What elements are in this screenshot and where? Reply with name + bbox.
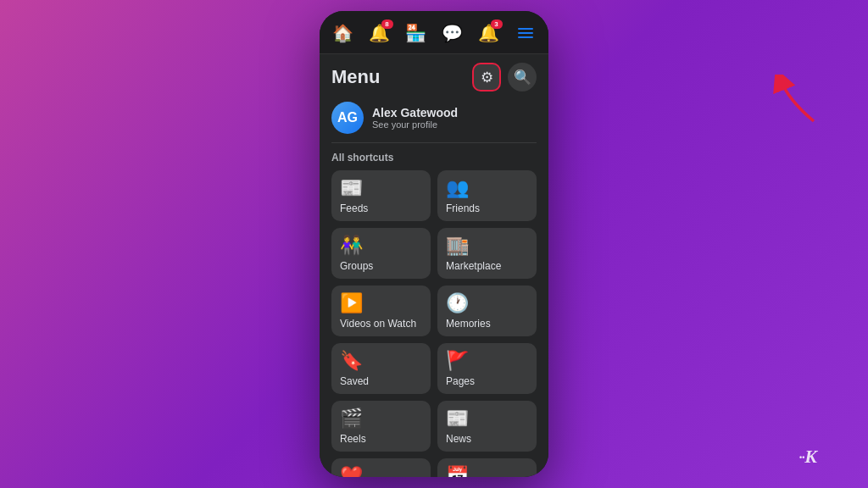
search-icon: 🔍 — [514, 69, 531, 86]
shop-icon: 🏪 — [405, 23, 426, 43]
home-icon: 🏠 — [332, 23, 353, 43]
shortcut-marketplace[interactable]: 🏬 Marketplace — [437, 228, 537, 279]
top-nav: 🏠 🔔 8 🏪 💬 🔔 3 — [320, 11, 548, 54]
shortcut-pages[interactable]: 🚩 Pages — [437, 343, 537, 394]
profile-row[interactable]: AG Alex Gatewood See your profile — [320, 97, 548, 142]
phone-container: 🏠 🔔 8 🏪 💬 🔔 3 Menu ⚙ — [320, 11, 548, 477]
events-icon: 📅 — [446, 467, 469, 477]
shortcuts-grid: 📰 Feeds 👥 Friends 👫 Groups 🏬 Marketplace… — [320, 170, 548, 477]
friends-icon: 👥 — [446, 179, 469, 197]
messenger-icon: 💬 — [442, 23, 463, 43]
pages-icon: 🚩 — [446, 352, 469, 370]
nav-shop[interactable]: 🏪 — [401, 18, 431, 48]
saved-icon: 🔖 — [340, 352, 363, 370]
feeds-icon: 📰 — [340, 179, 363, 197]
shortcut-news[interactable]: 📰 News — [437, 401, 537, 452]
shortcut-videos-on-watch[interactable]: ▶️ Videos on Watch — [331, 286, 431, 336]
nav-alerts[interactable]: 🔔 3 — [474, 18, 504, 48]
hamburger-icon — [518, 28, 533, 38]
settings-icon: ⚙ — [481, 69, 493, 86]
dating-icon: ❤️ — [340, 467, 363, 477]
reels-label: Reels — [340, 433, 366, 445]
profile-info: Alex Gatewood See your profile — [372, 106, 458, 130]
reels-icon: 🎬 — [340, 409, 363, 428]
feeds-label: Feeds — [340, 202, 368, 214]
shortcut-feeds[interactable]: 📰 Feeds — [331, 170, 431, 221]
memories-icon: 🕐 — [446, 294, 469, 313]
shortcut-groups[interactable]: 👫 Groups — [331, 228, 431, 279]
shortcut-reels[interactable]: 🎬 Reels — [331, 401, 431, 452]
menu-panel: Menu ⚙ 🔍 AG Alex Gatewood See your profi… — [320, 54, 548, 477]
shortcut-friends[interactable]: 👥 Friends — [437, 170, 537, 221]
arrow-annotation — [771, 75, 831, 129]
menu-header: Menu ⚙ 🔍 — [320, 54, 548, 97]
memories-label: Memories — [446, 318, 491, 330]
marketplace-icon: 🏬 — [446, 236, 469, 255]
avatar: AG — [331, 102, 364, 134]
menu-title: Menu — [331, 66, 380, 88]
news-icon: 📰 — [446, 409, 469, 428]
groups-label: Groups — [340, 260, 373, 272]
header-icons: ⚙ 🔍 — [472, 63, 537, 92]
groups-icon: 👫 — [340, 236, 363, 255]
friends-label: Friends — [446, 202, 480, 214]
news-label: News — [446, 433, 471, 445]
videos-label: Videos on Watch — [340, 318, 416, 330]
divider — [331, 142, 537, 143]
settings-button[interactable]: ⚙ — [472, 63, 501, 92]
notification-badge: 8 — [381, 19, 393, 29]
profile-name: Alex Gatewood — [372, 106, 458, 119]
nav-messenger[interactable]: 💬 — [437, 18, 468, 48]
alerts-badge: 3 — [491, 19, 503, 29]
shortcut-saved[interactable]: 🔖 Saved — [331, 343, 431, 394]
pages-label: Pages — [446, 375, 475, 387]
watermark: ••K — [799, 446, 817, 468]
marketplace-label: Marketplace — [446, 260, 501, 272]
saved-label: Saved — [340, 375, 369, 387]
videos-icon: ▶️ — [340, 294, 363, 313]
section-label: All shortcuts — [320, 150, 548, 170]
nav-menu[interactable] — [510, 18, 541, 48]
profile-sub: See your profile — [372, 119, 458, 130]
shortcut-events[interactable]: 📅 Events — [437, 458, 537, 477]
shortcut-memories[interactable]: 🕐 Memories — [437, 286, 537, 336]
nav-home[interactable]: 🏠 — [328, 18, 359, 48]
search-button[interactable]: 🔍 — [508, 63, 537, 92]
nav-notifications[interactable]: 🔔 8 — [364, 18, 395, 48]
shortcut-dating[interactable]: ❤️ Dating — [331, 458, 431, 477]
